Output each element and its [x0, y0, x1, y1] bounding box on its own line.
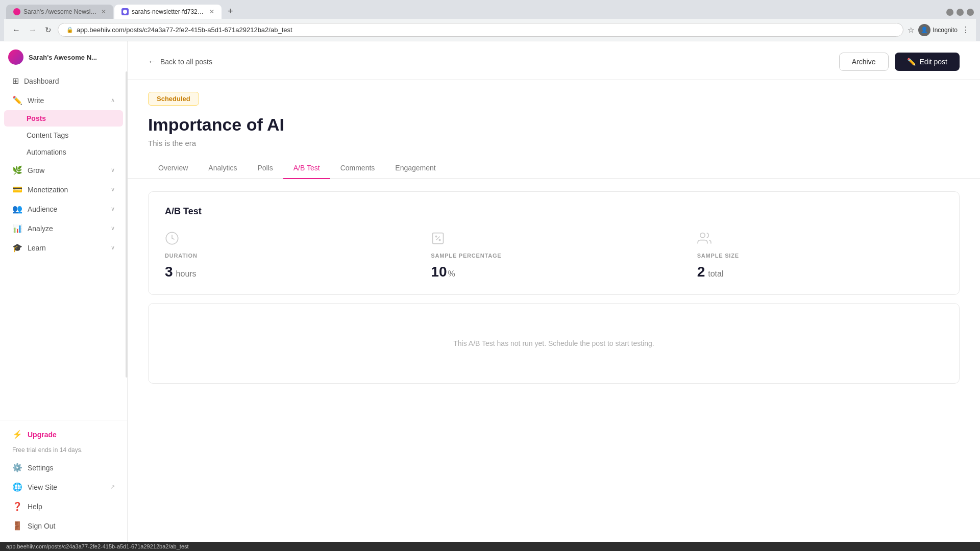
sidebar-brand: Sarah's Awesome N...: [0, 41, 127, 69]
empty-state-text: This A/B Test has not run yet. Schedule …: [169, 339, 939, 347]
sidebar-item-label: Audience: [28, 205, 106, 213]
sidebar-item-automations[interactable]: Automations: [4, 144, 123, 160]
address-text: app.beehiiv.com/posts/c24a3a77-2fe2-415b…: [77, 26, 895, 34]
back-nav-button[interactable]: ←: [10, 23, 22, 37]
sidebar-item-monetization[interactable]: 💳 Monetization ∨: [4, 180, 123, 199]
tab-close-2[interactable]: ✕: [209, 8, 214, 15]
sample-size-value: 2 total: [697, 264, 943, 280]
sidebar-item-view-site[interactable]: 🌐 View Site ↗: [4, 478, 123, 496]
sidebar-item-help[interactable]: ❓ Help: [4, 497, 123, 516]
sign-out-icon: 🚪: [12, 521, 22, 531]
edit-icon: ✏️: [907, 58, 916, 66]
ab-test-empty-card: This A/B Test has not run yet. Schedule …: [148, 303, 960, 384]
tab-close-1[interactable]: ✕: [101, 8, 106, 15]
sidebar-item-sign-out[interactable]: 🚪 Sign Out: [4, 516, 123, 535]
tab-comments[interactable]: Comments: [330, 158, 385, 179]
sidebar-item-label: Write: [28, 96, 106, 105]
sidebar-item-label: Learn: [28, 244, 106, 252]
close-button[interactable]: [967, 9, 974, 16]
sidebar-item-posts[interactable]: Posts: [4, 110, 123, 127]
monetization-icon: 💳: [12, 185, 22, 194]
metric-sample-percentage: SAMPLE PERCENTAGE 10 %: [431, 231, 676, 280]
incognito-button[interactable]: 👤 Incognito: [918, 24, 958, 36]
posts-label: Posts: [27, 114, 46, 122]
post-title: Importance of AI: [148, 115, 960, 135]
write-arrow-icon: ∧: [111, 97, 115, 104]
brand-name: Sarah's Awesome N...: [29, 54, 97, 61]
svg-point-5: [700, 233, 704, 238]
address-bar[interactable]: 🔒 app.beehiiv.com/posts/c24a3a77-2fe2-41…: [58, 23, 903, 37]
sample-percentage-label: SAMPLE PERCENTAGE: [431, 253, 676, 259]
sample-size-number: 2: [697, 264, 705, 280]
back-to-posts-link[interactable]: ← Back to all posts: [148, 57, 212, 66]
post-subtitle: This is the era: [148, 139, 960, 147]
duration-value: 3 hours: [165, 264, 410, 280]
metric-duration: DURATION 3 hours: [165, 231, 410, 280]
monetization-arrow-icon: ∨: [111, 186, 115, 193]
audience-arrow-icon: ∨: [111, 206, 115, 212]
maximize-button[interactable]: [957, 9, 964, 16]
tab-analytics[interactable]: Analytics: [198, 158, 247, 179]
post-header: Scheduled Importance of AI This is the e…: [128, 80, 980, 147]
sidebar-item-content-tags[interactable]: Content Tags: [4, 127, 123, 143]
forward-nav-button[interactable]: →: [27, 23, 39, 37]
sidebar-item-grow[interactable]: 🌿 Grow ∨: [4, 161, 123, 180]
settings-label: Settings: [28, 464, 115, 472]
sidebar-item-settings[interactable]: ⚙️ Settings: [4, 458, 123, 477]
duration-number: 3: [165, 264, 173, 280]
duration-label: DURATION: [165, 253, 410, 259]
sample-size-unit: total: [708, 269, 723, 279]
upgrade-icon: ⚡: [12, 430, 22, 439]
svg-point-4: [439, 239, 440, 240]
sidebar-item-label: Analyze: [28, 224, 106, 233]
back-label: Back to all posts: [160, 58, 212, 66]
tab-label-2: sarahs-newsletter-fd732b.beehi...: [132, 8, 206, 15]
users-icon: [697, 231, 943, 247]
tab-favicon-2: [121, 8, 129, 15]
new-tab-button[interactable]: +: [224, 4, 237, 19]
learn-icon: 🎓: [12, 243, 22, 253]
sidebar: Sarah's Awesome N... ⊞ Dashboard ✏️ Writ…: [0, 41, 128, 542]
sidebar-nav: ⊞ Dashboard ✏️ Write ∧ Posts Content Tag…: [0, 69, 127, 418]
top-bar: ← Back to all posts Archive ✏️ Edit post: [128, 41, 980, 80]
edit-post-button[interactable]: ✏️ Edit post: [895, 53, 960, 71]
sample-percentage-number: 10: [431, 264, 447, 280]
sidebar-item-audience[interactable]: 👥 Audience ∨: [4, 199, 123, 218]
tab-polls[interactable]: Polls: [247, 158, 283, 179]
reload-button[interactable]: ↻: [43, 23, 54, 37]
percent-icon: [431, 231, 676, 247]
sidebar-item-upgrade[interactable]: ⚡ Upgrade: [4, 425, 123, 444]
metric-sample-size: SAMPLE SIZE 2 total: [697, 231, 943, 280]
sample-percentage-value: 10 %: [431, 264, 676, 280]
sample-size-label: SAMPLE SIZE: [697, 253, 943, 259]
menu-button[interactable]: ⋮: [962, 25, 970, 35]
grow-arrow-icon: ∨: [111, 167, 115, 173]
archive-button[interactable]: Archive: [839, 53, 889, 71]
tab-engagement[interactable]: Engagement: [385, 158, 446, 179]
sidebar-item-learn[interactable]: 🎓 Learn ∨: [4, 238, 123, 257]
view-site-label: View Site: [28, 483, 105, 491]
sample-percentage-unit: %: [448, 269, 455, 279]
bookmark-button[interactable]: ☆: [908, 26, 914, 35]
edit-label: Edit post: [920, 58, 947, 66]
browser-tab-2[interactable]: sarahs-newsletter-fd732b.beehi... ✕: [114, 5, 222, 19]
browser-tab-1[interactable]: Sarah's Awesome Newsletter - b... ✕: [6, 5, 113, 19]
learn-arrow-icon: ∨: [111, 244, 115, 251]
sidebar-item-write[interactable]: ✏️ Write ∧: [4, 91, 123, 110]
tab-label-1: Sarah's Awesome Newsletter - b...: [23, 8, 98, 15]
minimize-button[interactable]: [946, 9, 953, 16]
sidebar-item-label: Grow: [28, 166, 106, 174]
sign-out-label: Sign Out: [28, 522, 115, 530]
ab-test-title: A/B Test: [165, 206, 943, 217]
sidebar-item-dashboard[interactable]: ⊞ Dashboard: [4, 71, 123, 90]
browser-chrome: Sarah's Awesome Newsletter - b... ✕ sara…: [0, 0, 980, 41]
tab-overview[interactable]: Overview: [148, 158, 198, 179]
metrics-row: DURATION 3 hours: [165, 231, 943, 280]
sidebar-item-label: Monetization: [28, 186, 106, 194]
back-arrow-icon: ←: [148, 57, 156, 66]
external-link-icon: ↗: [110, 484, 115, 490]
sidebar-item-analyze[interactable]: 📊 Analyze ∨: [4, 219, 123, 238]
dashboard-icon: ⊞: [12, 76, 19, 86]
content-tags-label: Content Tags: [27, 131, 68, 139]
tab-ab-test[interactable]: A/B Test: [283, 158, 330, 179]
